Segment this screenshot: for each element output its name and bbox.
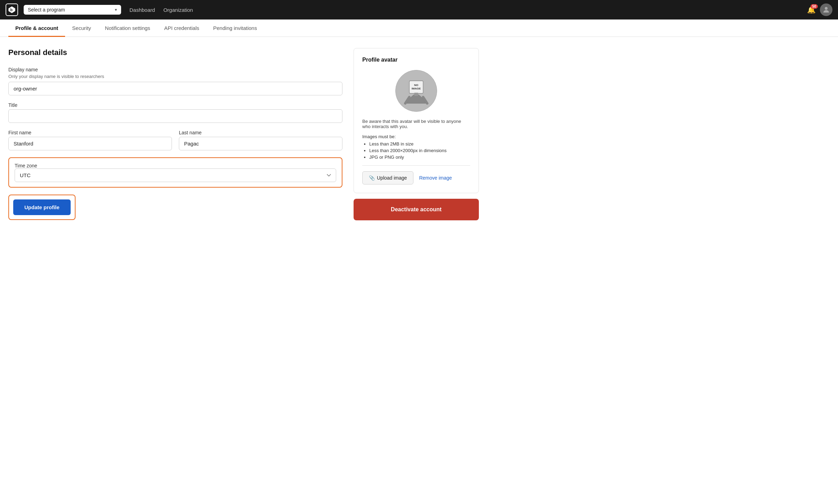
requirement-item: JPG or PNG only [369, 155, 470, 160]
program-selector-text: Select a program [28, 7, 112, 13]
svg-point-2 [825, 7, 828, 10]
update-profile-button[interactable]: Update profile [13, 199, 71, 215]
profile-avatar-card: Profile avatar NO IMAGE [354, 48, 479, 193]
title-label: Title [8, 102, 342, 108]
avatar-requirements: Images must be: Less than 2MB in size Le… [362, 134, 470, 160]
requirement-item: Less than 2MB in size [369, 141, 470, 147]
avatar-image-container: NO IMAGE [362, 70, 470, 112]
left-panel: Personal details Display name Only your … [8, 48, 342, 220]
title-group: Title [8, 102, 342, 123]
timezone-label: Time zone [15, 163, 37, 168]
svg-text:b: b [10, 8, 13, 12]
tabs-bar: Profile & account Security Notification … [0, 19, 838, 37]
deactivate-account-button[interactable]: Deactivate account [354, 199, 479, 220]
title-input[interactable] [8, 109, 342, 123]
user-avatar-button[interactable] [820, 3, 832, 16]
logo[interactable]: b [6, 3, 18, 16]
tab-profile-account[interactable]: Profile & account [8, 19, 65, 37]
main-content: Personal details Display name Only your … [0, 37, 487, 231]
section-title: Personal details [8, 48, 342, 57]
update-btn-wrapper: Update profile [8, 195, 76, 220]
no-image-illustration: NO IMAGE [401, 75, 432, 107]
paperclip-icon: 📎 [369, 175, 375, 181]
tab-pending-invitations[interactable]: Pending invitations [206, 19, 264, 37]
tab-security[interactable]: Security [65, 19, 98, 37]
chevron-down-icon: ▾ [115, 7, 117, 12]
navbar-right: 🔔 50 [807, 3, 832, 16]
first-name-group: First name [8, 130, 172, 150]
upload-image-label: Upload image [377, 175, 407, 181]
svg-rect-7 [414, 93, 418, 96]
right-panel: Profile avatar NO IMAGE [354, 48, 479, 220]
nav-links: Dashboard Organization [129, 7, 193, 13]
profile-avatar-title: Profile avatar [362, 57, 470, 63]
avatar-note: Be aware that this avatar will be visibl… [362, 119, 470, 129]
timezone-select[interactable]: UTC America/New_York America/Los_Angeles… [15, 168, 336, 182]
requirement-item: Less than 2000×2000px in dimensions [369, 148, 470, 153]
notification-button[interactable]: 🔔 50 [807, 6, 816, 14]
nav-link-organization[interactable]: Organization [163, 7, 193, 13]
last-name-label: Last name [179, 130, 342, 135]
timezone-wrapper: Time zone UTC America/New_York America/L… [8, 157, 342, 188]
display-name-input[interactable] [8, 82, 342, 95]
nav-link-dashboard[interactable]: Dashboard [129, 7, 155, 13]
navbar: b Select a program ▾ Dashboard Organizat… [0, 0, 838, 19]
display-name-group: Display name Only your display name is v… [8, 67, 342, 95]
program-selector[interactable]: Select a program ▾ [24, 5, 121, 15]
tab-notification-settings[interactable]: Notification settings [98, 19, 157, 37]
display-name-label: Display name [8, 67, 342, 72]
first-name-input[interactable] [8, 137, 172, 150]
display-name-hint: Only your display name is visible to res… [8, 74, 342, 79]
first-name-label: First name [8, 130, 172, 135]
deactivate-card: Deactivate account [354, 199, 479, 220]
upload-image-button[interactable]: 📎 Upload image [362, 171, 413, 184]
avatar-circle: NO IMAGE [395, 70, 437, 112]
svg-text:IMAGE: IMAGE [412, 87, 421, 90]
remove-image-link[interactable]: Remove image [419, 175, 452, 181]
last-name-group: Last name [179, 130, 342, 150]
avatar-actions: 📎 Upload image Remove image [362, 171, 470, 184]
requirements-title: Images must be: [362, 134, 470, 139]
svg-text:NO: NO [414, 84, 418, 87]
last-name-input[interactable] [179, 137, 342, 150]
name-row: First name Last name [8, 130, 342, 157]
notification-badge: 50 [811, 4, 818, 9]
avatar-divider [362, 165, 470, 166]
tab-api-credentials[interactable]: API credentials [157, 19, 206, 37]
